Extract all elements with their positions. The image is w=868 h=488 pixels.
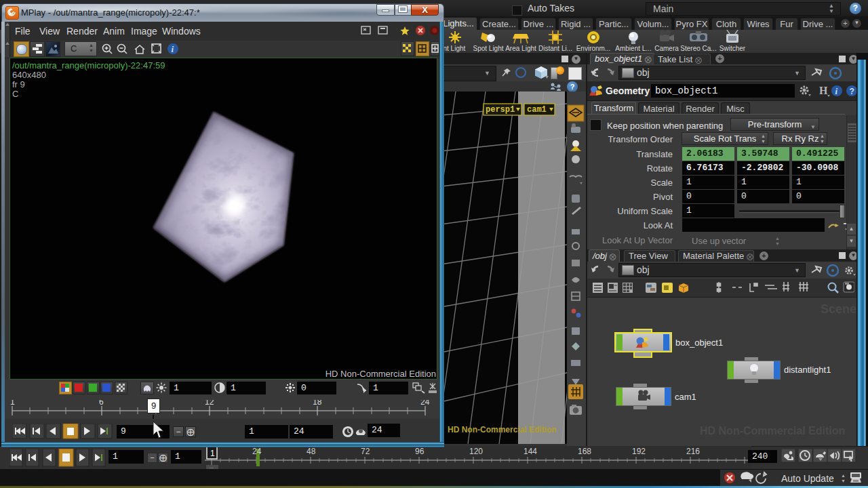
svg-text:i: i: [835, 86, 838, 96]
svg-text:?: ?: [850, 87, 854, 96]
svg-text:Spot Light: Spot Light: [473, 45, 503, 52]
svg-text:6: 6: [99, 400, 104, 407]
svg-text:HD Non-Commercial Edition: HD Non-Commercial Edition: [326, 369, 436, 379]
svg-text:96: 96: [415, 447, 425, 456]
svg-text:72: 72: [361, 447, 370, 456]
svg-text:Environm...: Environm...: [576, 45, 611, 52]
svg-text:144: 144: [524, 447, 537, 456]
svg-text:168: 168: [578, 447, 591, 456]
svg-text:persp1: persp1: [486, 105, 515, 115]
svg-text:HD Non-Commercial Edition: HD Non-Commercial Edition: [448, 425, 557, 434]
svg-text:/out/mantra_range(micropoly)-2: /out/mantra_range(micropoly)-22:47:59: [12, 60, 165, 70]
svg-text:216: 216: [686, 447, 700, 456]
svg-text:H: H: [819, 85, 828, 96]
svg-text:1: 1: [210, 449, 215, 458]
svg-text:Switcher: Switcher: [719, 45, 746, 52]
svg-text:48: 48: [307, 447, 316, 456]
svg-text:24: 24: [252, 447, 262, 456]
svg-text:12: 12: [205, 400, 214, 407]
svg-text:Ambient L...: Ambient L...: [615, 45, 651, 52]
svg-text:fr 9: fr 9: [12, 79, 25, 89]
svg-text:18: 18: [313, 400, 322, 407]
svg-text:Area Light: Area Light: [505, 45, 536, 52]
svg-text:120: 120: [469, 447, 483, 456]
svg-text:C: C: [12, 89, 18, 99]
svg-text:640x480: 640x480: [12, 70, 46, 80]
svg-text:192: 192: [632, 447, 646, 456]
svg-text:Distant Li...: Distant Li...: [538, 45, 572, 52]
svg-text:...: ...: [209, 464, 214, 469]
svg-text:24: 24: [420, 400, 430, 407]
svg-text:Stereo Ca...: Stereo Ca...: [680, 45, 716, 52]
svg-text:i: i: [172, 44, 174, 54]
svg-text:1: 1: [10, 400, 15, 407]
svg-text:Camera: Camera: [654, 45, 679, 52]
svg-text:cam1: cam1: [527, 105, 547, 115]
